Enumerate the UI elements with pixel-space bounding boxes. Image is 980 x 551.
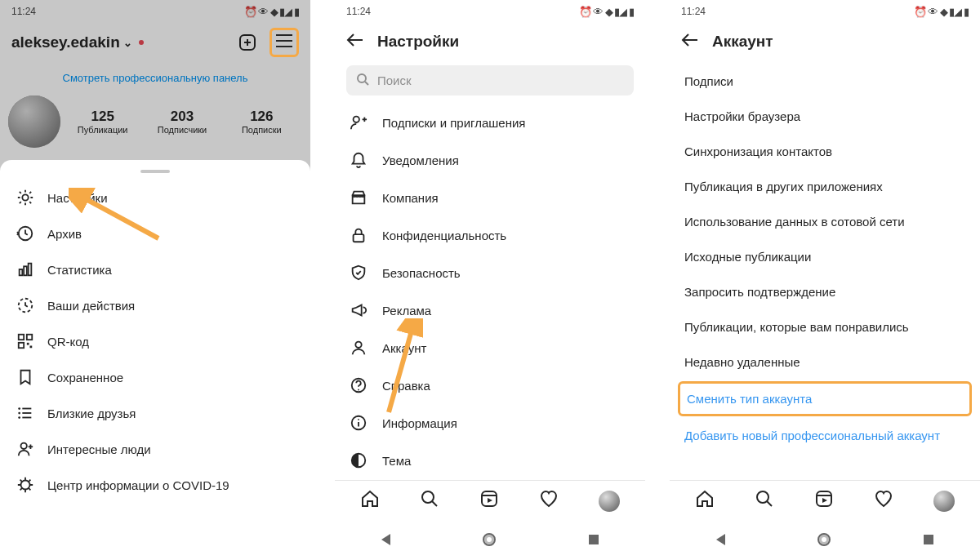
settings-item-label: Безопасность: [382, 266, 461, 280]
settings-item-label: Подписки и приглашения: [382, 116, 525, 130]
menu-item-list[interactable]: Близкие друзья: [0, 395, 310, 431]
nav-profile[interactable]: [933, 491, 955, 512]
stat-followers[interactable]: 203 Подписчики: [145, 109, 219, 135]
svg-point-22: [18, 416, 20, 419]
menu-item-gear[interactable]: Настройки: [0, 180, 310, 216]
ads-icon: [350, 301, 368, 319]
settings-item-bell[interactable]: Уведомления: [335, 141, 645, 179]
android-recent[interactable]: [589, 535, 599, 544]
svg-rect-14: [19, 343, 24, 348]
username-switcher[interactable]: aleksey.edakin ⌄: [11, 33, 144, 51]
nav-profile[interactable]: [599, 491, 620, 512]
add-pro-account-link[interactable]: Добавить новый профессиональный аккаунт: [670, 418, 980, 453]
svg-point-43: [354, 462, 356, 464]
menu-item-stats[interactable]: Статистика: [0, 251, 310, 287]
account-item[interactable]: Недавно удаленные: [670, 344, 980, 380]
account-item[interactable]: Исходные публикации: [670, 239, 980, 274]
bookmark-icon: [16, 368, 34, 386]
nav-likes[interactable]: [874, 489, 893, 513]
back-button[interactable]: [681, 31, 699, 52]
settings-item-lock[interactable]: Конфиденциальность: [335, 216, 645, 254]
svg-rect-13: [27, 335, 32, 340]
reels-icon: [479, 489, 499, 509]
nav-home[interactable]: [695, 489, 715, 513]
account-item[interactable]: Подписи: [670, 64, 980, 99]
settings-item-shop[interactable]: Компания: [335, 179, 645, 216]
account-item[interactable]: Использование данных в сотовой сети: [670, 204, 980, 239]
svg-rect-12: [19, 335, 24, 340]
search-placeholder: Поиск: [377, 73, 412, 87]
settings-item-shield[interactable]: Безопасность: [335, 254, 645, 291]
account-item[interactable]: Запросить подтверждение: [670, 274, 980, 309]
settings-item-label: Компания: [382, 191, 439, 205]
settings-item-help[interactable]: Справка: [335, 367, 645, 404]
menu-item-label: QR-код: [47, 335, 89, 349]
menu-item-covid[interactable]: Центр информации о COVID-19: [0, 467, 310, 503]
settings-item-label: Информация: [382, 416, 457, 430]
settings-header: Настройки: [335, 20, 645, 60]
android-recent[interactable]: [924, 535, 933, 544]
account-item[interactable]: Публикация в других приложениях: [670, 169, 980, 204]
back-button[interactable]: [346, 31, 364, 52]
settings-item-label: Справка: [382, 379, 430, 393]
follow-icon: [350, 113, 368, 131]
phone-settings: 11:24 ⏰ 👁 ◆ ▮◢ ▮ Настройки Поиск Подписк…: [335, 0, 645, 551]
nav-home[interactable]: [360, 489, 380, 513]
svg-rect-16: [30, 346, 33, 349]
heart-icon: [874, 489, 893, 509]
home-icon: [695, 489, 715, 509]
android-home[interactable]: [483, 533, 496, 546]
menu-item-bookmark[interactable]: Сохраненное: [0, 359, 310, 395]
account-item[interactable]: Публикации, которые вам понравились: [670, 309, 980, 344]
gear-icon: [16, 189, 34, 207]
bottom-sheet-menu: Настройки Архив Статистика Ваши действия…: [0, 160, 310, 551]
settings-item-theme[interactable]: Тема: [335, 442, 645, 479]
switch-account-type-button[interactable]: Сменить тип аккаунта: [678, 381, 972, 416]
nav-reels[interactable]: [814, 489, 834, 513]
notification-dot-icon: [139, 40, 144, 45]
sheet-handle[interactable]: [140, 170, 170, 173]
menu-item-label: Близкие друзья: [47, 407, 136, 420]
android-back[interactable]: [381, 534, 390, 545]
svg-point-44: [422, 491, 434, 503]
stat-following[interactable]: 126 Подписки: [225, 109, 299, 135]
search-icon: [755, 489, 774, 509]
reels-icon: [814, 489, 834, 509]
covid-icon: [16, 476, 34, 494]
search-icon: [356, 73, 369, 88]
menu-item-activity[interactable]: Ваши действия: [0, 287, 310, 323]
svg-point-6: [22, 194, 28, 200]
menu-item-person-add[interactable]: Интересные люди: [0, 431, 310, 467]
avatar[interactable]: [8, 96, 60, 148]
android-home[interactable]: [817, 533, 831, 546]
menu-item-qr[interactable]: QR-код: [0, 323, 310, 359]
bell-icon: [350, 151, 368, 169]
pro-dashboard-link[interactable]: Смотреть профессиональную панель: [0, 62, 310, 96]
hamburger-icon: [275, 33, 293, 48]
settings-item-follow[interactable]: Подписки и приглашения: [335, 104, 645, 141]
heart-icon: [539, 489, 559, 509]
nav-search[interactable]: [420, 489, 439, 513]
phone-profile: 11:24 ⏰ 👁 ◆ ▮◢ ▮ aleksey.edakin ⌄ Смотре…: [0, 0, 310, 551]
hamburger-menu-button[interactable]: [270, 28, 299, 57]
add-post-button[interactable]: [237, 32, 258, 53]
settings-item-ads[interactable]: Реклама: [335, 291, 645, 329]
nav-likes[interactable]: [539, 489, 559, 513]
settings-item-account[interactable]: Аккаунт: [335, 329, 645, 367]
stat-number: 126: [225, 109, 299, 125]
username-text: aleksey.edakin: [11, 33, 120, 51]
settings-item-info[interactable]: Информация: [335, 404, 645, 442]
status-time: 11:24: [346, 6, 371, 17]
status-time: 11:24: [681, 6, 706, 17]
bottom-nav: [670, 480, 980, 518]
account-item[interactable]: Синхронизация контактов: [670, 134, 980, 169]
settings-search[interactable]: Поиск: [346, 65, 634, 96]
android-back[interactable]: [716, 534, 725, 545]
account-item[interactable]: Настройки браузера: [670, 99, 980, 134]
stat-posts[interactable]: 125 Публикации: [65, 109, 140, 135]
search-icon: [420, 489, 439, 509]
nav-search[interactable]: [755, 489, 774, 513]
menu-item-history[interactable]: Архив: [0, 216, 310, 251]
nav-reels[interactable]: [479, 489, 499, 513]
home-icon: [360, 489, 380, 509]
